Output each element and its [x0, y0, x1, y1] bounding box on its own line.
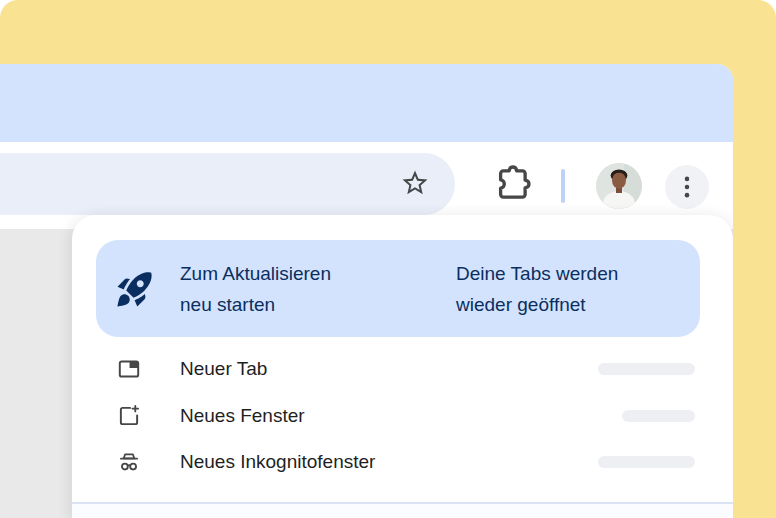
browser-window: Zum Aktualisieren neu starten Deine Tabs…: [0, 64, 733, 518]
menu-next-section: [72, 504, 733, 518]
avatar-photo: [596, 163, 642, 209]
menu-item-label: Neues Fenster: [180, 405, 305, 427]
menu-item-label: Neues Inkognitofenster: [180, 451, 375, 473]
address-bar[interactable]: [0, 153, 455, 215]
shortcut-placeholder: [598, 363, 695, 375]
menu-item-new-window[interactable]: Neues Fenster: [72, 393, 733, 439]
shortcut-placeholder: [598, 456, 695, 468]
restart-to-update-banner[interactable]: Zum Aktualisieren neu starten Deine Tabs…: [96, 240, 700, 337]
menu-item-label: Neuer Tab: [180, 358, 267, 380]
profile-avatar[interactable]: [596, 163, 642, 209]
rocket-launch-icon: [114, 268, 156, 310]
extensions-puzzle-icon: [491, 163, 533, 205]
banner-info-line2: wieder geöffnet: [456, 294, 586, 315]
banner-action-line2: neu starten: [180, 294, 275, 315]
browser-menu-panel: Zum Aktualisieren neu starten Deine Tabs…: [72, 215, 733, 518]
toolbar-divider: [561, 169, 565, 203]
shortcut-placeholder: [622, 410, 695, 422]
new-tab-icon: [116, 356, 142, 382]
menu-item-new-tab[interactable]: Neuer Tab: [72, 346, 733, 392]
bookmark-star-icon: [400, 168, 430, 198]
banner-info-line1: Deine Tabs werden: [456, 263, 618, 284]
bookmark-star-button[interactable]: [398, 167, 432, 201]
more-menu-button[interactable]: [665, 165, 709, 209]
menu-item-new-incognito-window[interactable]: Neues Inkognitofenster: [72, 439, 733, 485]
banner-action-text: Zum Aktualisieren neu starten: [180, 258, 456, 320]
incognito-icon: [116, 449, 142, 475]
banner-info-text: Deine Tabs werden wieder geöffnet: [456, 258, 618, 320]
three-dot-icon: [674, 174, 700, 200]
banner-action-line1: Zum Aktualisieren: [180, 263, 331, 284]
window-titlebar: [0, 64, 733, 142]
screenshot-stage: Zum Aktualisieren neu starten Deine Tabs…: [0, 0, 776, 518]
extensions-button[interactable]: [491, 163, 533, 205]
new-window-icon: [116, 403, 142, 429]
